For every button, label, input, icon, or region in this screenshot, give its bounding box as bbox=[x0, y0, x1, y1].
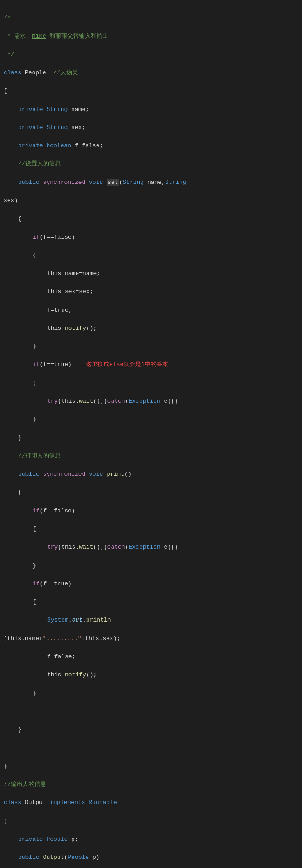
line-assign2: this.sex=sex; bbox=[4, 287, 298, 296]
line-assign1: this.name=name; bbox=[4, 269, 298, 278]
line-notify1: this.notify(); bbox=[4, 324, 298, 333]
line-brace2: { bbox=[4, 214, 298, 223]
line-comment5: //打印人的信息 bbox=[4, 452, 298, 461]
line-field3: private boolean f=false; bbox=[4, 141, 298, 150]
line-comment2: * 需求：mike 和丽丽交替输入和输出 bbox=[4, 32, 298, 41]
line-brace6: } bbox=[4, 415, 298, 424]
line-method1b: sex) bbox=[4, 196, 298, 205]
line-brace9: { bbox=[4, 525, 298, 534]
line-comment3: */ bbox=[4, 50, 298, 59]
line-if2: if(f==true) 这里换成else就会是1中的答案 bbox=[4, 360, 298, 369]
line-brace7: } bbox=[4, 434, 298, 443]
line-empty2 bbox=[4, 743, 298, 752]
line-constructor1: public Output(People p) bbox=[4, 853, 298, 862]
line-empty1 bbox=[4, 707, 298, 716]
line-method1: public synchronized void set(String name… bbox=[4, 178, 298, 187]
line-field1: private String name; bbox=[4, 105, 298, 114]
line-brace12: } bbox=[4, 689, 298, 698]
line-brace15: { bbox=[4, 817, 298, 826]
line-try2: try{this.wait();}catch(Exception e){} bbox=[4, 543, 298, 552]
line-brace5: { bbox=[4, 379, 298, 388]
line-field2: private String sex; bbox=[4, 123, 298, 132]
line-brace3: { bbox=[4, 251, 298, 260]
line-assign3: f=true; bbox=[4, 306, 298, 315]
line-brace13: } bbox=[4, 725, 298, 734]
line-class: class People //人物类 bbox=[4, 68, 298, 77]
line-brace1: { bbox=[4, 87, 298, 96]
line-system1: System.out.println bbox=[4, 616, 298, 625]
line-assign4: f=false; bbox=[4, 652, 298, 661]
line-class2: class Output implements Runnable bbox=[4, 798, 298, 807]
line-if1: if(f==false) bbox=[4, 233, 298, 242]
line-if4: if(f==true) bbox=[4, 579, 298, 588]
line-brace10: } bbox=[4, 561, 298, 570]
line-try1: try{this.wait();}catch(Exception e){} bbox=[4, 397, 298, 406]
line-brace8: { bbox=[4, 488, 298, 497]
line-brace11: { bbox=[4, 598, 298, 607]
line-brace4: } bbox=[4, 342, 298, 351]
line-comment6: //输出人的信息 bbox=[4, 780, 298, 789]
line-field4: private People p; bbox=[4, 835, 298, 844]
line-system2: (this.name+"........."+this.sex); bbox=[4, 634, 298, 643]
line-comment4: //设置人的信息 bbox=[4, 159, 298, 169]
line-if3: if(f==false) bbox=[4, 506, 298, 516]
line-brace14: } bbox=[4, 762, 298, 771]
line-notify2: this.notify(); bbox=[4, 670, 298, 680]
line-method2: public synchronized void print() bbox=[4, 470, 298, 479]
code-editor: /* * 需求：mike 和丽丽交替输入和输出 */ class People … bbox=[4, 5, 298, 868]
line-comment1: /* bbox=[4, 14, 298, 23]
